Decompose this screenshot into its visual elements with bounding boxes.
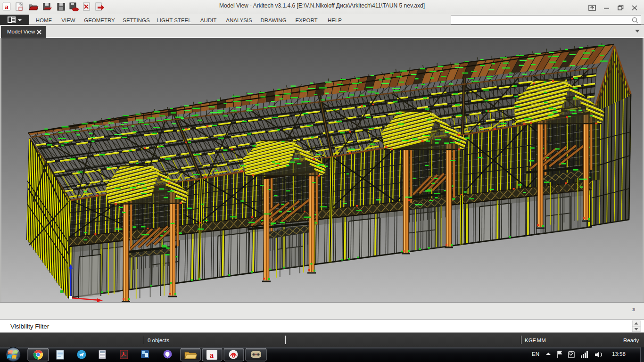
svg-text:a: a [210, 351, 214, 360]
